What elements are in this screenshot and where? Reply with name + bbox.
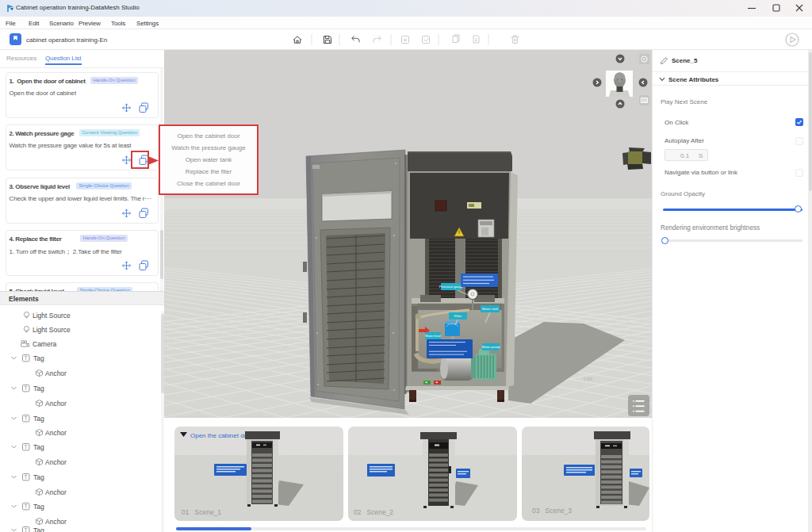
svg-text:Water level: Water level: [425, 334, 441, 338]
svg-text:T: T: [25, 474, 28, 480]
svg-text:Water pump: Water pump: [481, 345, 500, 349]
svg-text:01 Scene_1: 01 Scene_1: [182, 508, 221, 516]
svg-text:5.000: 5.000: [584, 377, 593, 381]
svg-text:T: T: [25, 415, 28, 421]
svg-text:Open the cabinet door: Open the cabinet door: [190, 432, 254, 439]
svg-text:Water tank: Water tank: [482, 307, 499, 311]
svg-text:T: T: [25, 527, 28, 532]
svg-text:02 Scene_2: 02 Scene_2: [354, 508, 393, 516]
svg-text:Pressure gauge: Pressure gauge: [439, 285, 464, 289]
svg-text:Filter: Filter: [454, 314, 462, 318]
svg-text:T: T: [25, 503, 28, 509]
svg-text:T: T: [25, 444, 28, 450]
svg-text:T: T: [25, 385, 28, 391]
svg-text:T: T: [25, 355, 28, 361]
svg-text:03 Scene_3: 03 Scene_3: [532, 507, 572, 515]
